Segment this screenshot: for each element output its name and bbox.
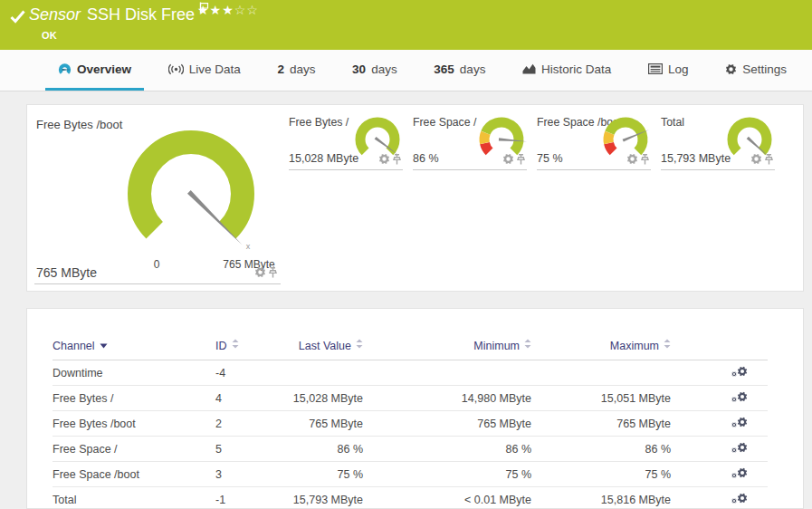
cell-channel: Downtime bbox=[53, 360, 215, 386]
column-label: ID bbox=[215, 340, 227, 352]
tab-bar: OverviewLive Data2days30days365daysHisto… bbox=[0, 50, 812, 91]
sensor-type-label: Sensor bbox=[29, 5, 81, 24]
tab-number: 30 bbox=[352, 62, 366, 76]
column-header-channel[interactable]: Channel bbox=[53, 334, 215, 360]
tab-2-days[interactable]: 2days bbox=[264, 50, 328, 91]
tab-label: Log bbox=[668, 62, 689, 76]
cell-last: 86 % bbox=[274, 437, 363, 462]
star-filled-icon[interactable]: ★ bbox=[222, 3, 234, 17]
gauge-value: 15,793 MByte bbox=[661, 152, 731, 165]
live-icon bbox=[168, 63, 184, 75]
cell-max: 86 % bbox=[531, 437, 671, 462]
channel-settings-gears-icon[interactable] bbox=[671, 386, 768, 411]
cell-max: 75 % bbox=[531, 462, 671, 487]
gauge-tile-2: Free Space / 86 % bbox=[413, 110, 527, 170]
gear-icon[interactable] bbox=[378, 152, 390, 168]
table-row: Downtime-4 bbox=[53, 360, 768, 386]
gauge-tile-primary: Free Bytes /boot x 0 765 MByte 765 MByte bbox=[34, 110, 281, 284]
cell-id: -1 bbox=[215, 487, 274, 509]
status-badge: OK bbox=[42, 30, 57, 41]
column-header-minimum[interactable]: Minimum bbox=[363, 334, 531, 360]
cell-last: 15,793 MByte bbox=[274, 487, 363, 509]
table-row: Total-115,793 MByte< 0.01 MByte15,816 MB… bbox=[53, 487, 768, 509]
gauge-tile-3: Free Space /boot 75 % bbox=[537, 110, 651, 170]
gear-icon[interactable] bbox=[626, 152, 638, 168]
tab-number: 365 bbox=[434, 62, 454, 76]
sensor-header: SensorSSH Disk Free ★★★☆☆ OK bbox=[0, 0, 812, 50]
cell-max: 15,816 MByte bbox=[531, 487, 671, 509]
pin-icon[interactable] bbox=[393, 152, 401, 168]
column-header-id[interactable]: ID bbox=[215, 334, 274, 360]
column-header-settings bbox=[671, 334, 768, 360]
cell-channel: Total bbox=[53, 487, 215, 509]
tab-365-days[interactable]: 365days bbox=[421, 50, 498, 91]
pin-icon[interactable] bbox=[641, 152, 649, 168]
cell-max: 765 MByte bbox=[531, 411, 671, 437]
channel-table: ChannelIDLast ValueMinimumMaximum Downti… bbox=[53, 334, 768, 509]
sensor-page: SensorSSH Disk Free ★★★☆☆ OK OverviewLiv… bbox=[0, 0, 812, 509]
tab-label: days bbox=[290, 62, 316, 76]
channel-settings-gears-icon[interactable] bbox=[671, 487, 768, 509]
gear-icon bbox=[725, 63, 737, 75]
cell-last: 15,028 MByte bbox=[274, 386, 363, 411]
cell-id: 5 bbox=[215, 437, 274, 462]
channel-table-panel: ChannelIDLast ValueMinimumMaximum Downti… bbox=[26, 308, 804, 509]
tab-label: days bbox=[460, 62, 486, 76]
cell-channel: Free Bytes /boot bbox=[53, 411, 215, 437]
gauge-panel: Free Bytes /boot x 0 765 MByte 765 MByte… bbox=[26, 104, 804, 292]
cell-id: 4 bbox=[215, 386, 274, 411]
column-label: Channel bbox=[53, 340, 95, 352]
table-row: Free Space /boot375 %75 %75 % bbox=[53, 462, 768, 487]
channel-settings-gears-icon[interactable] bbox=[671, 411, 768, 437]
channel-settings-gears-icon[interactable] bbox=[671, 462, 768, 487]
cell-last: 765 MByte bbox=[274, 411, 363, 437]
column-header-maximum[interactable]: Maximum bbox=[531, 334, 671, 360]
star-filled-icon[interactable]: ★ bbox=[210, 3, 223, 17]
cell-id: -4 bbox=[215, 360, 274, 386]
column-label: Last Value bbox=[299, 340, 351, 352]
log-icon bbox=[648, 63, 663, 74]
gauge-value: 86 % bbox=[413, 152, 439, 165]
cell-min: < 0.01 MByte bbox=[363, 487, 531, 509]
tab-log[interactable]: Log bbox=[635, 50, 702, 91]
gear-icon[interactable] bbox=[502, 152, 514, 168]
pin-icon[interactable] bbox=[517, 152, 525, 168]
tab-label: Historic Data bbox=[541, 62, 611, 76]
pin-icon[interactable] bbox=[269, 265, 277, 282]
tab-settings[interactable]: Settings bbox=[712, 50, 799, 91]
gauge-title: Free Space / bbox=[413, 116, 476, 129]
star-empty-icon[interactable]: ☆ bbox=[234, 3, 247, 17]
tab-label: Overview bbox=[77, 62, 131, 76]
tab-historic-data[interactable]: Historic Data bbox=[510, 50, 624, 91]
priority-stars[interactable]: ★★★☆☆ bbox=[197, 3, 259, 17]
cell-last bbox=[274, 360, 363, 386]
gauge-scale-max: 765 MByte bbox=[199, 258, 299, 271]
tab-label: Live Data bbox=[189, 62, 241, 76]
column-label: Minimum bbox=[473, 340, 520, 352]
gear-icon[interactable] bbox=[254, 265, 266, 282]
tab-number: 2 bbox=[277, 62, 284, 76]
svg-text:x: x bbox=[246, 242, 251, 251]
star-empty-icon[interactable]: ☆ bbox=[246, 3, 259, 17]
gear-icon[interactable] bbox=[750, 152, 762, 168]
cell-min: 86 % bbox=[363, 437, 531, 462]
gauge-tile-1: Free Bytes / 15,028 MByte bbox=[289, 110, 403, 170]
gauge-title: Free Bytes / bbox=[289, 116, 349, 129]
cell-min: 765 MByte bbox=[363, 411, 531, 437]
cell-min: 14,980 MByte bbox=[363, 386, 531, 411]
tab-overview[interactable]: Overview bbox=[45, 50, 144, 91]
tab-label: days bbox=[371, 62, 397, 76]
cell-max bbox=[531, 360, 671, 386]
tab-30-days[interactable]: 30days bbox=[339, 50, 410, 91]
cell-id: 2 bbox=[215, 411, 274, 437]
tab-label: Settings bbox=[742, 62, 787, 76]
pin-icon[interactable] bbox=[765, 152, 773, 168]
star-filled-icon[interactable]: ★ bbox=[197, 3, 210, 17]
column-header-last-value[interactable]: Last Value bbox=[274, 334, 363, 360]
channel-settings-gears-icon[interactable] bbox=[671, 437, 768, 462]
cell-min bbox=[363, 360, 531, 386]
tab-live-data[interactable]: Live Data bbox=[156, 50, 253, 91]
column-label: Maximum bbox=[610, 340, 659, 352]
gauge-value: 765 MByte bbox=[36, 265, 97, 280]
channel-settings-gears-icon[interactable] bbox=[671, 360, 768, 386]
